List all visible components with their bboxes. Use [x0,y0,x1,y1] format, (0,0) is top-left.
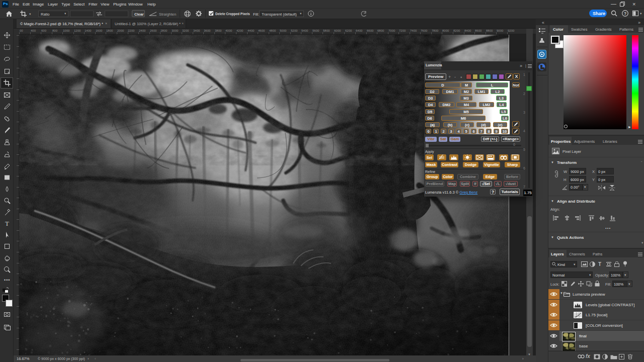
svg-text:?: ? [624,11,626,16]
svg-text:T: T [5,220,9,227]
